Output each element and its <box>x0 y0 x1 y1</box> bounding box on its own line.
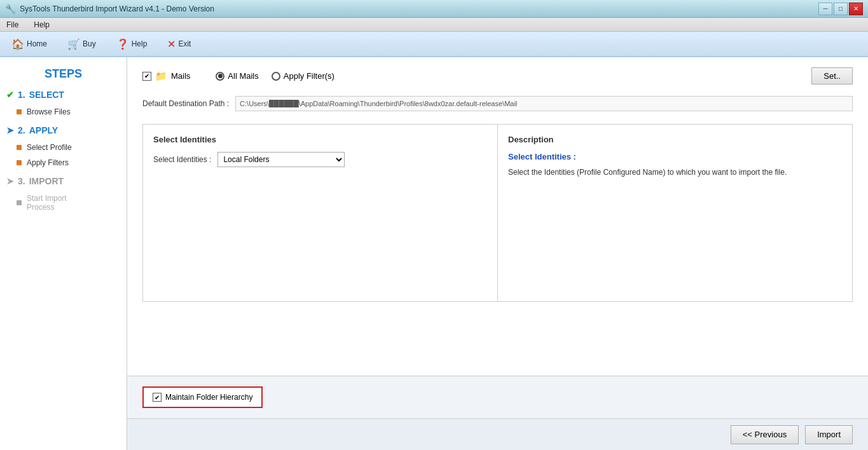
description-panel-title: Description <box>508 135 842 144</box>
home-icon: 🏠 <box>11 38 24 50</box>
footer: << Previous Import <box>127 418 868 450</box>
maintain-hierarchy-label: Maintain Folder Hierarchy <box>165 393 252 402</box>
step-import-header: ➤ 3. IMPORT <box>6 176 120 186</box>
select-identities-panel-title: Select Identities <box>153 135 487 144</box>
buy-icon: 🛒 <box>67 38 80 50</box>
title-bar-controls: ─ □ ✕ <box>818 3 863 15</box>
select-profile-label: Select Profile <box>27 143 72 152</box>
step1-label: SELECT <box>29 90 64 100</box>
desc-text: Select the Identities (Profile Configure… <box>508 167 842 178</box>
all-mails-label: All Mails <box>228 71 258 81</box>
maintain-hierarchy-checkbox[interactable]: ✔ <box>153 393 162 402</box>
menu-help[interactable]: Help <box>31 19 52 31</box>
toolbar-home-label: Home <box>27 39 47 48</box>
mails-label: Mails <box>171 71 190 81</box>
sidebar-item-start-import[interactable]: Start ImportProcess <box>6 191 120 214</box>
toolbar-buy[interactable]: 🛒 Buy <box>62 36 101 53</box>
main-layout: STEPS ✔ 1. SELECT Browse Files ➤ 2. APPL… <box>0 57 868 450</box>
import-button[interactable]: Import <box>805 425 853 444</box>
select-identities-label: Select Identities : <box>153 155 211 164</box>
step2-arrow-icon: ➤ <box>6 125 14 135</box>
step2-number: 2. <box>18 125 25 135</box>
dest-path-row: Default Destination Path : <box>142 96 853 111</box>
left-panel: Select Identities Select Identities : Lo… <box>143 125 498 301</box>
app-title: SysTools Thunderbird Import Wizard v4.1 … <box>20 4 214 13</box>
apply-filter-label: Apply Filter(s) <box>284 71 334 81</box>
step1-check-icon: ✔ <box>6 90 14 100</box>
toolbar-exit-label: Exit <box>178 39 191 48</box>
radio-group: All Mails Apply Filter(s) <box>216 71 334 81</box>
close-button[interactable]: ✕ <box>849 3 863 15</box>
step-apply-header: ➤ 2. APPLY <box>6 125 120 135</box>
toolbar-exit[interactable]: ✕ Exit <box>162 36 196 53</box>
select-profile-dot <box>17 145 22 150</box>
dest-path-input[interactable] <box>235 96 853 111</box>
identities-dropdown[interactable]: Local Folders <box>217 152 345 167</box>
two-panel-wrapper: Select Identities Select Identities : Lo… <box>142 124 853 302</box>
title-bar-left: 🔧 SysTools Thunderbird Import Wizard v4.… <box>5 4 214 14</box>
app-icon: 🔧 <box>5 4 16 14</box>
menu-bar: File Help <box>0 18 868 32</box>
apply-filters-dot <box>17 160 22 165</box>
apply-filters-label: Apply Filters <box>27 158 69 167</box>
exit-icon: ✕ <box>167 38 176 50</box>
toolbar: 🏠 Home 🛒 Buy ❓ Help ✕ Exit <box>0 32 868 57</box>
steps-title: STEPS <box>6 67 120 81</box>
step2-label: APPLY <box>29 125 58 135</box>
toolbar-help-label: Help <box>132 39 148 48</box>
apply-filter-option[interactable]: Apply Filter(s) <box>272 71 334 81</box>
mail-options-row: ✔ 📁 Mails All Mails Apply Filter(s) Set.… <box>142 67 853 85</box>
previous-button[interactable]: << Previous <box>731 425 799 444</box>
browse-files-label: Browse Files <box>27 107 71 116</box>
toolbar-home[interactable]: 🏠 Home <box>6 36 52 53</box>
content: ✔ 📁 Mails All Mails Apply Filter(s) Set.… <box>127 57 868 450</box>
minimize-button[interactable]: ─ <box>818 3 832 15</box>
start-import-label: Start ImportProcess <box>27 194 67 212</box>
all-mails-radio[interactable] <box>216 72 224 81</box>
browse-files-dot <box>17 109 22 114</box>
toolbar-buy-label: Buy <box>83 39 96 48</box>
bottom-section: ✔ Maintain Folder Hierarchy <box>127 376 868 418</box>
apply-filter-radio[interactable] <box>272 72 280 81</box>
toolbar-help[interactable]: ❓ Help <box>111 36 153 53</box>
folder-icon: 📁 <box>155 71 167 82</box>
step3-arrow-icon: ➤ <box>6 176 14 186</box>
maximize-button[interactable]: □ <box>834 3 848 15</box>
dest-path-label: Default Destination Path : <box>142 99 229 108</box>
desc-link-title: Select Identities : <box>508 152 842 161</box>
set-button[interactable]: Set.. <box>811 67 853 85</box>
step-select-header: ✔ 1. SELECT <box>6 90 120 100</box>
step1-number: 1. <box>18 90 25 100</box>
menu-file[interactable]: File <box>4 19 21 31</box>
content-inner: ✔ 📁 Mails All Mails Apply Filter(s) Set.… <box>127 57 868 376</box>
select-identities-row: Select Identities : Local Folders <box>153 152 487 167</box>
sidebar: STEPS ✔ 1. SELECT Browse Files ➤ 2. APPL… <box>0 57 127 450</box>
all-mails-option[interactable]: All Mails <box>216 71 258 81</box>
right-panel: Description Select Identities : Select t… <box>498 125 852 301</box>
sidebar-item-select-profile[interactable]: Select Profile <box>6 140 120 154</box>
sidebar-item-apply-filters[interactable]: Apply Filters <box>6 156 120 170</box>
title-bar: 🔧 SysTools Thunderbird Import Wizard v4.… <box>0 0 868 18</box>
mails-checkbox[interactable]: ✔ <box>142 72 151 81</box>
step3-number: 3. <box>18 176 25 186</box>
start-import-dot <box>17 200 22 205</box>
help-icon: ❓ <box>116 38 129 50</box>
maintain-hierarchy-container[interactable]: ✔ Maintain Folder Hierarchy <box>142 386 263 408</box>
mail-checkbox-option[interactable]: ✔ 📁 Mails <box>142 71 190 82</box>
sidebar-item-browse-files[interactable]: Browse Files <box>6 105 120 119</box>
step3-label: IMPORT <box>29 176 64 186</box>
